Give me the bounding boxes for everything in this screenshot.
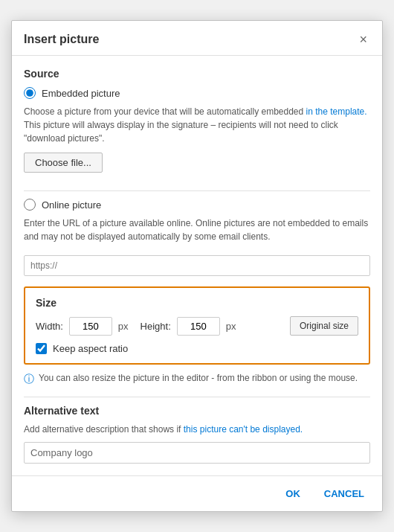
close-button[interactable]: × (356, 31, 370, 48)
divider-1 (24, 190, 370, 191)
dialog-footer: OK CANCEL (12, 475, 382, 511)
px-label-1: px (118, 321, 129, 332)
alt-text-section: Alternative text Add alternative descrip… (24, 405, 370, 464)
info-row: ⓘ You can also resize the picture in the… (24, 372, 370, 386)
width-label: Width: (36, 321, 63, 332)
size-row: Width: px Height: px Original size (36, 316, 358, 336)
divider-2 (24, 397, 370, 397)
online-radio[interactable] (24, 199, 36, 211)
px-label-2: px (226, 321, 236, 332)
embedded-desc-text1: Choose a picture from your device that w… (24, 106, 306, 117)
embedded-desc-text2: This picture will always display in the … (24, 120, 338, 144)
dialog-header: Insert picture × (12, 21, 382, 56)
height-input[interactable] (177, 317, 220, 336)
online-label[interactable]: Online picture (42, 199, 101, 211)
embedded-desc-highlight: in the template. (306, 106, 367, 117)
online-picture-row: Online picture (24, 199, 370, 211)
info-text: You can also resize the picture in the e… (39, 372, 358, 385)
embedded-description: Choose a picture from your device that w… (24, 105, 370, 145)
size-section-title: Size (36, 297, 358, 309)
alt-desc-highlight: this picture can't be displayed. (184, 424, 303, 435)
alt-description: Add alternative description that shows i… (24, 423, 370, 436)
embedded-picture-row: Embedded picture (24, 87, 370, 99)
width-input[interactable] (69, 317, 112, 336)
ok-button[interactable]: OK (280, 485, 306, 502)
height-label: Height: (141, 321, 171, 332)
choose-file-button[interactable]: Choose file... (24, 153, 103, 173)
keep-aspect-label[interactable]: Keep aspect ratio (53, 343, 128, 354)
keep-aspect-row: Keep aspect ratio (36, 343, 358, 354)
original-size-button[interactable]: Original size (290, 316, 358, 336)
size-section: Size Width: px Height: px Original size … (24, 286, 370, 365)
keep-aspect-checkbox[interactable] (36, 343, 47, 354)
alt-section-title: Alternative text (24, 405, 370, 417)
url-input[interactable] (24, 255, 370, 276)
cancel-button[interactable]: CANCEL (318, 485, 370, 502)
embedded-label[interactable]: Embedded picture (42, 88, 120, 99)
embedded-radio[interactable] (24, 87, 36, 99)
info-icon: ⓘ (24, 373, 34, 386)
online-description: Enter the URL of a picture available onl… (24, 217, 370, 243)
insert-picture-dialog: Insert picture × Source Embedded picture… (11, 20, 383, 512)
source-section-title: Source (24, 68, 370, 80)
alt-text-input[interactable] (24, 442, 370, 464)
online-desc-text: Enter the URL of a picture available onl… (24, 218, 368, 242)
dialog-body: Source Embedded picture Choose a picture… (12, 56, 382, 475)
alt-desc-text1: Add alternative description that shows i… (24, 424, 184, 435)
dialog-title: Insert picture (24, 33, 99, 46)
